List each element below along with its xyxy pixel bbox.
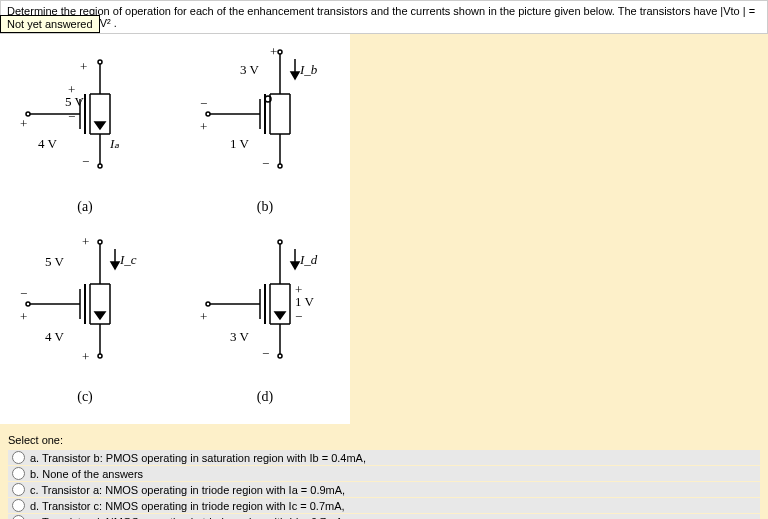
option-b-text: b. None of the answers [30, 468, 143, 480]
circuit-d-gate-bot: − [295, 309, 302, 325]
circuit-a-bot-sign: − [82, 154, 89, 170]
circuit-c-current: I_c [120, 252, 137, 268]
question-header: Determine the region of operation for ea… [0, 0, 768, 34]
circuit-b-drain-top: − [200, 96, 207, 112]
circuit-d-gate-v: 1 V [295, 294, 314, 310]
status-tooltip: Not yet answered [0, 15, 100, 33]
radio-d[interactable] [12, 499, 25, 512]
option-a[interactable]: a. Transistor b: PMOS operating in satur… [8, 450, 760, 465]
circuit-d-bot-sign: − [262, 346, 269, 362]
circuit-d-src-v: 3 V [230, 329, 249, 345]
svg-point-1 [98, 60, 102, 64]
radio-b[interactable] [12, 467, 25, 480]
circuit-a-label: (a) [20, 199, 150, 215]
svg-marker-57 [291, 262, 299, 269]
option-a-text: a. Transistor b: PMOS operating in satur… [30, 452, 366, 464]
svg-point-20 [278, 164, 282, 168]
svg-point-44 [278, 240, 282, 244]
circuit-a-gate-v: 5 V [65, 94, 84, 110]
option-b[interactable]: b. None of the answers [8, 466, 760, 481]
circuit-c-drain-top: − [20, 286, 27, 302]
circuit-a-drain-v: 4 V [38, 136, 57, 152]
svg-marker-40 [95, 312, 105, 319]
circuit-b-bot-sign: − [262, 156, 269, 172]
circuit-a-svg [20, 54, 150, 194]
select-one-label: Select one: [8, 434, 760, 446]
circuit-b-top-v: 3 V [240, 62, 259, 78]
svg-marker-27 [291, 72, 299, 79]
option-d[interactable]: d. Transistor c: NMOS operating in triod… [8, 498, 760, 513]
circuit-c-drain-bot: + [20, 309, 27, 325]
circuit-b-drain-v: 1 V [230, 136, 249, 152]
circuit-a-current: Iₐ [110, 136, 119, 152]
circuit-c-src-v: 4 V [45, 329, 64, 345]
circuit-d-current: I_d [300, 252, 317, 268]
circuit-d: I_d + 1 V − + 3 V − (d) [200, 234, 330, 405]
circuit-b: + 3 V I_b − + 1 V − (b) [200, 44, 330, 215]
svg-point-35 [98, 354, 102, 358]
circuit-c-top-sign: + [82, 234, 89, 250]
svg-point-7 [98, 164, 102, 168]
circuit-b-top-sign: + [270, 44, 277, 60]
circuit-a: + + 5 V − + 4 V Iₐ − (a) [20, 54, 150, 215]
circuit-c: + 5 V I_c − + 4 V + (c) [20, 234, 150, 405]
circuit-a-top-sign: + [80, 59, 87, 75]
circuit-b-label: (b) [200, 199, 330, 215]
circuit-c-top-v: 5 V [45, 254, 64, 270]
option-c-text: c. Transistor a: NMOS operating in triod… [30, 484, 345, 496]
svg-marker-12 [95, 122, 105, 129]
circuit-d-drain-top: + [200, 309, 207, 325]
svg-marker-55 [275, 312, 285, 319]
option-c[interactable]: c. Transistor a: NMOS operating in triod… [8, 482, 760, 497]
radio-c[interactable] [12, 483, 25, 496]
option-e-text: e. Transistor d: NMOS operating in triod… [30, 516, 346, 520]
svg-point-14 [278, 50, 282, 54]
circuit-a-src-sign: + [20, 116, 27, 132]
status-text: Not yet answered [7, 18, 93, 30]
radio-a[interactable] [12, 451, 25, 464]
svg-point-22 [206, 112, 210, 116]
svg-point-29 [98, 240, 102, 244]
circuit-c-bot-sign: + [82, 349, 89, 365]
circuit-b-current: I_b [300, 62, 317, 78]
circuit-a-gate-bot: − [68, 109, 75, 125]
svg-point-52 [206, 302, 210, 306]
answers-section: Select one: a. Transistor b: PMOS operat… [0, 424, 768, 519]
circuit-diagram-area: + + 5 V − + 4 V Iₐ − (a) + 3 V I_b − + 1… [0, 34, 350, 424]
option-d-text: d. Transistor c: NMOS operating in triod… [30, 500, 345, 512]
circuit-c-label: (c) [20, 389, 150, 405]
question-text: Determine the region of operation for ea… [7, 5, 755, 29]
radio-e[interactable] [12, 515, 25, 519]
circuit-b-drain-bot: + [200, 119, 207, 135]
svg-point-50 [278, 354, 282, 358]
svg-marker-42 [111, 262, 119, 269]
circuit-d-label: (d) [200, 389, 330, 405]
svg-point-37 [26, 302, 30, 306]
option-e[interactable]: e. Transistor d: NMOS operating in triod… [8, 514, 760, 519]
